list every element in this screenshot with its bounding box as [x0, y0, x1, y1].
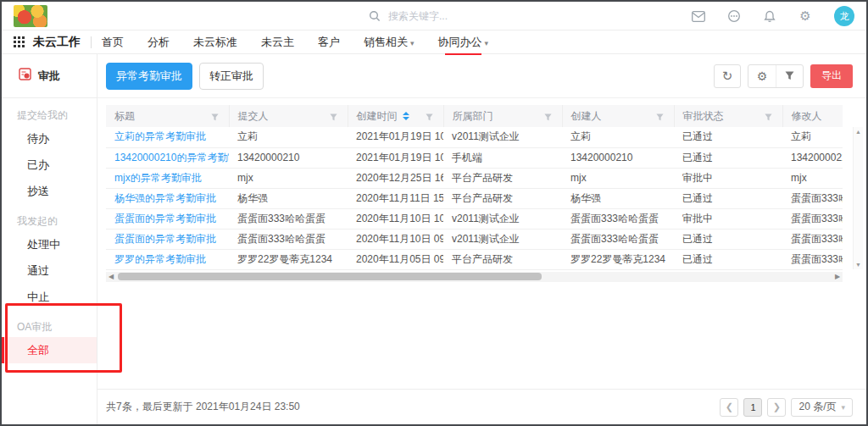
sort-icon[interactable]	[403, 112, 409, 120]
table-cell: v2011测试企业	[443, 208, 562, 229]
col-header-creator[interactable]: 创建人	[562, 105, 674, 127]
scroll-up-icon[interactable]: ▲	[855, 129, 861, 135]
tab-regularization[interactable]: 转正审批	[199, 63, 264, 90]
table-cell: 已通过	[674, 229, 782, 249]
nav-item-customer[interactable]: 客户	[318, 30, 340, 54]
workspace-name[interactable]: 未云工作	[33, 35, 81, 50]
next-page-button[interactable]: ❯	[767, 398, 786, 417]
app-launcher-icon[interactable]	[14, 36, 25, 47]
table-row[interactable]: 蛋蛋面的异常考勤审批蛋蛋面333哈哈蛋蛋2020年11月10日 09:56v20…	[106, 229, 843, 249]
row-title-link[interactable]: 蛋蛋面的异常考勤审批	[106, 229, 229, 249]
sidebar-item-cc[interactable]: 抄送	[2, 178, 97, 204]
col-header-title[interactable]: 标题	[106, 105, 229, 127]
col-label: 标题	[114, 110, 135, 122]
table-cell: 蛋蛋面333哈哈蛋蛋	[229, 208, 348, 229]
table-cell: 已通过	[674, 249, 782, 269]
scroll-right-icon[interactable]: ▶	[832, 273, 843, 280]
avatar[interactable]: 龙	[834, 6, 854, 26]
scroll-left-icon[interactable]: ◀	[106, 273, 116, 280]
chat-icon[interactable]	[727, 9, 741, 23]
table-row[interactable]: 立莉的异常考勤审批立莉2021年01月19日 10:22v2011测试企业立莉已…	[106, 127, 843, 147]
sidebar-item-todo[interactable]: 待办	[2, 125, 97, 152]
filter-funnel-icon[interactable]	[330, 112, 337, 124]
table-row[interactable]: 杨华强的异常考勤审批杨华强2020年11月11日 15:00平台产品研发杨华强已…	[106, 188, 843, 208]
row-title-link[interactable]: 立莉的异常考勤审批	[106, 127, 229, 147]
global-search	[368, 2, 515, 30]
search-input[interactable]	[388, 10, 515, 22]
table-cell: 2020年11月11日 15:00	[348, 188, 443, 208]
nav-item-label: 协同办公	[438, 36, 482, 48]
nav-item-analysis[interactable]: 分析	[147, 30, 170, 54]
table-cell: 蛋蛋面333哈哈蛋蛋	[229, 229, 348, 249]
nav-item-standard[interactable]: 未云标准	[193, 30, 237, 54]
mail-icon[interactable]	[692, 9, 705, 23]
table-cell: v2011测试企业	[443, 127, 562, 147]
table-row[interactable]: 蛋蛋面的异常考勤审批蛋蛋面333哈哈蛋蛋2020年11月10日 10:24v20…	[106, 208, 843, 229]
table-cell: mjx	[782, 168, 843, 188]
col-label: 提交人	[238, 110, 269, 122]
row-title-link[interactable]: 蛋蛋面的异常考勤审批	[106, 208, 229, 229]
table-cell: 13420000210	[229, 147, 348, 168]
table-cell: 蛋蛋面333哈哈蛋蛋	[562, 208, 674, 229]
nav-item-main[interactable]: 未云主	[261, 30, 294, 54]
sidebar-item-all[interactable]: 全部	[2, 337, 97, 363]
filter-funnel-icon[interactable]	[765, 112, 772, 124]
toolbar: ↻ ⚙ 导出	[714, 64, 853, 88]
sidebar-item-done[interactable]: 已办	[2, 152, 97, 178]
col-header-approval-status[interactable]: 审批状态	[674, 105, 782, 127]
column-settings-button[interactable]: ⚙	[748, 65, 776, 87]
main-toolbar-row: 异常考勤审批 转正审批 ↻ ⚙ 导出	[97, 54, 866, 98]
filter-funnel-icon[interactable]	[426, 112, 433, 124]
sidebar-title: 审批	[38, 69, 60, 84]
gear-icon[interactable]: ⚙	[798, 9, 812, 23]
filter-funnel-icon[interactable]	[544, 112, 552, 124]
filter-funnel-icon[interactable]	[656, 112, 664, 124]
col-header-submitter[interactable]: 提交人	[229, 105, 348, 127]
chevron-down-icon: ▾	[410, 39, 415, 47]
sidebar-item-passed[interactable]: 通过	[2, 257, 97, 284]
col-header-create-time[interactable]: 创建时间	[348, 105, 443, 127]
sidebar-group-submitted-to-me: 提交给我的	[2, 98, 97, 125]
filter-button[interactable]	[776, 65, 803, 87]
main-panel: 异常考勤审批 转正审批 ↻ ⚙ 导出	[97, 54, 866, 424]
row-title-link[interactable]: 杨华强的异常考勤审批	[106, 188, 229, 208]
page-size-select[interactable]: 20 条/页▾	[791, 398, 853, 417]
sidebar-item-processing[interactable]: 处理中	[2, 231, 97, 257]
filter-funnel-icon[interactable]	[211, 112, 219, 124]
settings-filter-group: ⚙	[748, 64, 804, 88]
nav-item-home[interactable]: 首页	[102, 30, 124, 54]
current-page[interactable]: 1	[743, 398, 762, 417]
scroll-down-icon[interactable]: ▼	[855, 262, 861, 268]
table-cell: v2011测试企业	[443, 229, 562, 249]
prev-page-button[interactable]: ❮	[720, 398, 738, 417]
horizontal-scrollbar-thumb[interactable]	[118, 273, 542, 280]
col-header-department[interactable]: 所属部门	[443, 105, 562, 127]
col-label: 修改人	[792, 110, 822, 122]
table-row[interactable]: 罗罗的异常考勤审批罗罗22罗曼蒂克12342020年11月05日 09:57平台…	[106, 249, 843, 269]
table-cell: 13420000210	[782, 147, 843, 168]
nav-item-sales[interactable]: 销售相关▾	[364, 30, 415, 54]
table-row[interactable]: 13420000210的异常考勤审批134200002102021年01月19日…	[106, 147, 843, 168]
app-window: ⚙ 龙 未云工作 首页 分析 未云标准 未云主 客户 销售相关▾ 协同办公▾ 审…	[0, 0, 868, 426]
horizontal-scrollbar[interactable]: ◀ ▶	[106, 272, 843, 282]
company-logo[interactable]	[14, 5, 47, 27]
table-cell: 杨华强	[562, 188, 674, 208]
nav-item-collaboration[interactable]: 协同办公▾	[438, 30, 489, 54]
row-title-link[interactable]: 罗罗的异常考勤审批	[106, 249, 229, 269]
export-button[interactable]: 导出	[810, 64, 853, 88]
sidebar-item-aborted[interactable]: 中止	[2, 284, 97, 310]
table-cell: 审批中	[674, 168, 782, 188]
table-cell: 已通过	[674, 127, 782, 147]
tab-abnormal-attendance[interactable]: 异常考勤审批	[106, 63, 192, 90]
vertical-scrollbar[interactable]: ▲ ▼	[853, 127, 863, 269]
refresh-button[interactable]: ↻	[714, 64, 741, 88]
table-cell: mjx	[562, 168, 674, 188]
chevron-down-icon: ▾	[841, 403, 845, 412]
row-title-link[interactable]: mjx的异常考勤审批	[106, 168, 229, 188]
table-row[interactable]: mjx的异常考勤审批mjx2020年12月25日 16:04平台产品研发mjx审…	[106, 168, 843, 188]
row-title-link[interactable]: 13420000210的异常考勤审批	[106, 147, 229, 168]
sidebar-group-oa-approval: OA审批	[2, 310, 97, 337]
col-header-modifier[interactable]: 修改人	[782, 105, 843, 127]
record-summary: 共7条，最后更新于 2021年01月24日 23:50	[106, 400, 300, 414]
bell-icon[interactable]	[763, 9, 776, 23]
